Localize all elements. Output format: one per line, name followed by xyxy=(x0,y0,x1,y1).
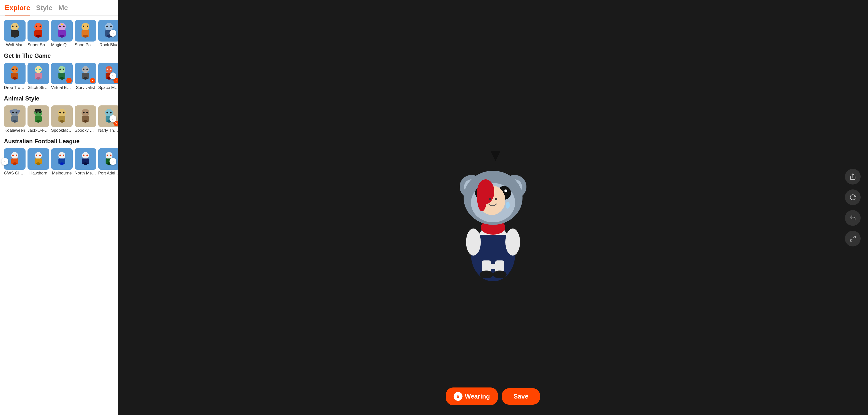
svg-point-19 xyxy=(83,26,84,27)
narly-label: Narly The N... xyxy=(98,128,118,133)
avatar-card-koalaween[interactable]: Koalaween xyxy=(4,106,26,133)
svg-marker-125 xyxy=(491,151,500,161)
svg-point-111 xyxy=(479,270,493,278)
snoo-power-label: Snoo Power xyxy=(75,42,96,48)
share-icon-btn[interactable] xyxy=(845,169,861,184)
left-panel: Explore Style Me xyxy=(0,0,118,415)
afl-prev-arrow[interactable]: ‹ xyxy=(1,158,8,165)
space-marine-label: Space Marin... xyxy=(98,85,118,90)
svg-point-40 xyxy=(63,68,64,70)
svg-point-28 xyxy=(12,77,17,80)
svg-point-56 xyxy=(12,112,14,114)
svg-point-9 xyxy=(39,26,41,27)
svg-point-13 xyxy=(59,26,61,27)
svg-point-131 xyxy=(495,198,497,200)
svg-point-50 xyxy=(110,68,112,70)
svg-point-69 xyxy=(63,112,65,114)
svg-point-12 xyxy=(59,35,64,38)
survivalist-label: Survivalist xyxy=(75,85,96,90)
svg-point-83 xyxy=(12,154,14,156)
expand-icon-btn[interactable] xyxy=(845,231,861,246)
svg-point-73 xyxy=(83,112,85,114)
avatar-card-spooky-owl[interactable]: Spooky Owl xyxy=(75,106,96,133)
avatar-card-north-melbourne[interactable]: North Melbourne xyxy=(75,148,96,176)
avatar-card-virtual-explorer[interactable]: ✕ Virtual Explorer xyxy=(51,63,73,90)
svg-point-133 xyxy=(505,229,520,256)
tab-explore[interactable]: Explore xyxy=(5,4,30,16)
featured-row: Wolf Man Super Snoo xyxy=(4,20,114,48)
svg-point-129 xyxy=(477,184,487,211)
jack-o-frog-label: Jack-O-Frog xyxy=(28,128,49,133)
wearing-button[interactable]: 6 Wearing xyxy=(446,387,498,405)
north-melbourne-label: North Melbourne xyxy=(75,171,96,176)
svg-point-93 xyxy=(59,154,61,156)
avatar-card-survivalist[interactable]: ✕ Survivalist xyxy=(75,63,96,90)
svg-point-97 xyxy=(83,162,88,165)
svg-point-79 xyxy=(110,112,112,114)
animal-style-next-arrow[interactable]: › xyxy=(110,115,116,122)
svg-point-14 xyxy=(63,26,65,27)
svg-point-92 xyxy=(60,162,64,165)
avatar-card-super-snoo[interactable]: Super Snoo xyxy=(28,20,49,48)
svg-rect-64 xyxy=(34,111,42,112)
undo-icon-btn[interactable] xyxy=(845,210,861,226)
bottom-bar: 6 Wearing Save xyxy=(446,387,540,405)
svg-line-135 xyxy=(853,236,855,238)
avatar-card-drop-trooper[interactable]: Drop Trooper xyxy=(4,63,26,90)
svg-point-88 xyxy=(36,154,37,156)
avatar-card-spooktacular-doge[interactable]: Spooktacular Doge xyxy=(51,106,73,133)
svg-point-62 xyxy=(39,112,41,114)
svg-point-89 xyxy=(39,154,41,156)
svg-point-122 xyxy=(504,189,507,192)
glitch-streamer-label: Glitch Streamer xyxy=(28,85,49,90)
svg-point-87 xyxy=(36,162,40,165)
tabs-header: Explore Style Me xyxy=(0,0,118,16)
svg-point-33 xyxy=(36,77,40,80)
avatar-card-wolf-man[interactable]: Wolf Man xyxy=(4,20,26,48)
svg-point-74 xyxy=(87,112,88,114)
port-adelaide-label: Port Adelaid... xyxy=(98,171,118,176)
magic-queen-label: Magic Queen xyxy=(51,42,73,48)
afl-next-arrow[interactable]: › xyxy=(110,158,116,165)
svg-point-72 xyxy=(83,120,88,123)
svg-point-103 xyxy=(106,154,108,156)
svg-point-4 xyxy=(16,26,18,27)
svg-point-124 xyxy=(506,202,510,209)
avatar-card-glitch-streamer[interactable]: Glitch Streamer xyxy=(28,63,49,90)
spooktacular-doge-label: Spooktacular Doge xyxy=(51,128,73,133)
svg-point-29 xyxy=(12,68,14,70)
svg-point-16 xyxy=(82,23,89,31)
scroll-area[interactable]: Wolf Man Super Snoo xyxy=(0,16,118,415)
refresh-icon-btn[interactable] xyxy=(845,189,861,205)
svg-point-82 xyxy=(12,162,17,165)
virtual-explorer-label: Virtual Explorer xyxy=(51,85,73,90)
hawthorn-label: Hawthorn xyxy=(28,171,49,176)
svg-point-35 xyxy=(39,68,41,70)
avatar-card-jack-o-frog[interactable]: Jack-O-Frog xyxy=(28,106,49,133)
svg-point-78 xyxy=(106,112,108,114)
koalaween-label: Koalaween xyxy=(4,128,26,133)
get-in-the-game-next-arrow[interactable]: › xyxy=(110,72,116,79)
svg-point-57 xyxy=(16,112,18,114)
svg-point-3 xyxy=(12,26,13,27)
section-title-animal-style: Animal Style xyxy=(4,95,114,102)
rock-blue-label: Rock Blue xyxy=(98,42,118,48)
featured-next-arrow[interactable]: › xyxy=(110,30,116,37)
get-in-the-game-row: Drop Trooper Glitch Streamer xyxy=(4,63,114,90)
section-title-get-in-the-game: Get In The Game xyxy=(4,52,114,59)
section-title-afl: Australian Football League xyxy=(4,138,114,145)
svg-point-130 xyxy=(489,198,491,200)
svg-point-104 xyxy=(110,154,112,156)
avatar-card-magic-queen[interactable]: Magic Queen xyxy=(51,20,73,48)
svg-point-99 xyxy=(87,154,88,156)
svg-point-49 xyxy=(106,68,108,70)
svg-point-8 xyxy=(36,26,37,27)
avatar-card-hawthorn[interactable]: Hawthorn xyxy=(28,148,49,176)
animal-style-row: Koalaween xyxy=(4,106,114,133)
avatar-card-melbourne[interactable]: Melbourne xyxy=(51,148,73,176)
tab-style[interactable]: Style xyxy=(36,4,53,16)
spooky-owl-label: Spooky Owl xyxy=(75,128,96,133)
save-button[interactable]: Save xyxy=(502,388,540,405)
avatar-card-snoo-power[interactable]: Snoo Power xyxy=(75,20,96,48)
tab-me[interactable]: Me xyxy=(58,4,68,16)
